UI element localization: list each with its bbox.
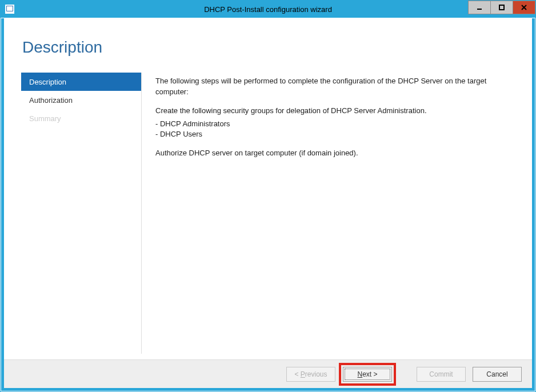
button-label: Commit [429, 370, 453, 378]
sidebar-item-description[interactable]: Description [21, 73, 141, 91]
sidebar-item-summary: Summary [21, 109, 141, 127]
action-button-group: Commit Cancel [417, 367, 522, 382]
main-area: Description Description Authorization Su… [4, 18, 532, 359]
client-area: Description Description Authorization Su… [1, 18, 535, 391]
button-label: < Previous [294, 370, 327, 378]
security-groups-list: DHCP Administrators DHCP Users [155, 119, 509, 141]
minimize-button[interactable] [468, 1, 491, 14]
page-title: Description [22, 38, 515, 57]
sidebar-item-label: Authorization [29, 96, 73, 105]
svg-rect-1 [499, 5, 504, 10]
next-button-highlight: Next > [339, 363, 396, 386]
content-area: The following steps will be performed to… [141, 73, 515, 354]
cancel-button[interactable]: Cancel [473, 367, 522, 382]
sidebar-item-label: Summary [29, 114, 61, 123]
wizard-footer: < Previous Next > Commit Cancel [4, 359, 532, 388]
intro-text: The following steps will be performed to… [155, 76, 509, 98]
close-button[interactable] [513, 1, 535, 14]
wizard-window: DHCP Post-Install configuration wizard D… [0, 0, 536, 392]
previous-button: < Previous [286, 367, 335, 382]
sidebar-item-label: Description [29, 78, 66, 86]
wizard-steps-sidebar: Description Authorization Summary [21, 73, 141, 354]
next-button[interactable]: Next > [343, 367, 392, 382]
groups-lead-text: Create the following security groups for… [155, 106, 509, 117]
window-controls [469, 1, 535, 14]
maximize-button[interactable] [490, 1, 513, 14]
commit-button: Commit [417, 367, 466, 382]
authorize-text: Authorize DHCP server on target computer… [155, 148, 509, 159]
window-title: DHCP Post-Install configuration wizard [1, 5, 535, 14]
app-icon [5, 5, 14, 14]
list-item: DHCP Administrators [155, 119, 509, 130]
nav-button-group: < Previous Next > [286, 363, 396, 386]
button-label: Cancel [486, 370, 507, 378]
button-label: Next > [357, 370, 377, 378]
body-row: Description Authorization Summary The fo… [21, 73, 515, 354]
sidebar-item-authorization[interactable]: Authorization [21, 91, 141, 109]
list-item: DHCP Users [155, 129, 509, 140]
titlebar[interactable]: DHCP Post-Install configuration wizard [1, 1, 535, 18]
